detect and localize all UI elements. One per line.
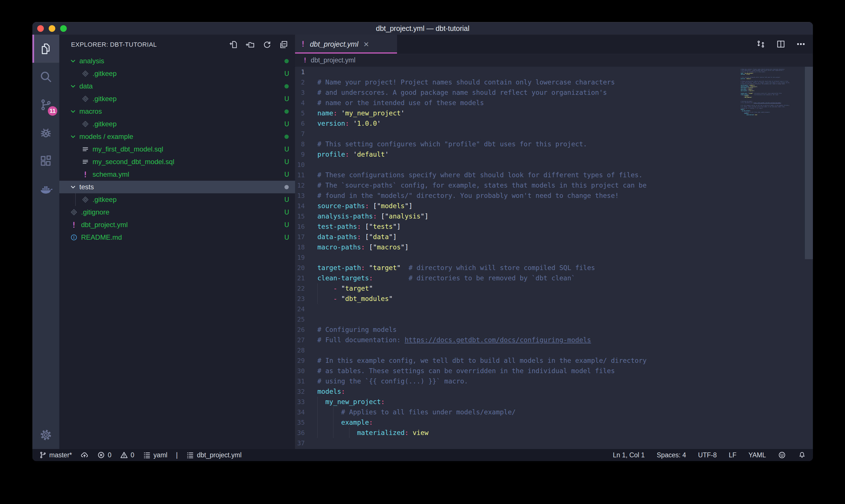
status-lf[interactable]: LF xyxy=(729,451,736,459)
tree-item-label: .gitkeep xyxy=(92,196,116,204)
folder-macros[interactable]: macros xyxy=(59,105,295,118)
new-folder-icon[interactable] xyxy=(246,40,255,49)
activity-settings-icon[interactable] xyxy=(32,421,59,449)
code-line-6: 6version: '1.0.0' xyxy=(295,118,813,129)
code-line-7: 7 xyxy=(295,129,813,139)
vscode-window: dbt_project.yml — dbt-tutorial 11 EXPLOR… xyxy=(32,22,813,461)
status-ln-1-col-1[interactable]: Ln 1, Col 1 xyxy=(613,451,645,459)
more-actions-icon[interactable] xyxy=(796,39,806,49)
file--gitkeep[interactable]: .gitkeepU xyxy=(59,118,295,130)
git-modified-dot xyxy=(284,185,289,189)
activity-debug-icon[interactable] xyxy=(32,119,59,147)
git-file-icon xyxy=(81,196,90,203)
code-line-2: 2# Name your project! Project names shou… xyxy=(295,77,813,87)
tree-item-label: README.md xyxy=(81,233,122,241)
line-number: 3 xyxy=(295,89,305,96)
code-line-29: 29# In this example config, we tell dbt … xyxy=(295,355,813,366)
status-utf-8[interactable]: UTF-8 xyxy=(698,451,717,459)
git-untracked-badge: U xyxy=(283,158,291,166)
tree-item-label: analysis xyxy=(79,57,104,65)
sql-file-icon xyxy=(81,158,90,165)
git-file-icon xyxy=(81,95,90,103)
code-line-13: 13# found in the "models/" directory. Yo… xyxy=(295,191,813,201)
status-bar: master*00yaml|dbt_project.yml Ln 1, Col … xyxy=(32,449,813,461)
file--gitkeep[interactable]: .gitkeepU xyxy=(59,92,295,105)
folder-models-example[interactable]: models / example xyxy=(59,130,295,143)
file-readme-md[interactable]: README.mdU xyxy=(59,231,295,244)
breadcrumb[interactable]: ! dbt_project.yml xyxy=(295,54,813,67)
status-0[interactable]: 0 xyxy=(120,451,134,459)
editor-scrollbar[interactable] xyxy=(805,67,813,259)
git-modified-dot xyxy=(284,109,289,114)
new-file-icon[interactable] xyxy=(229,40,238,49)
file--gitkeep[interactable]: .gitkeepU xyxy=(59,67,295,80)
line-number: 21 xyxy=(295,275,305,282)
status-bell[interactable] xyxy=(798,451,806,459)
bell-icon xyxy=(798,451,806,459)
file-schema-yml[interactable]: !schema.ymlU xyxy=(59,168,295,181)
minimap[interactable]: # Name your project! Project names shoul… xyxy=(741,67,805,117)
status--: | xyxy=(176,451,178,459)
code-line-9: 9profile: 'default' xyxy=(295,149,813,160)
chevron-down-icon xyxy=(70,83,76,90)
status-yaml[interactable]: YAML xyxy=(749,451,766,459)
folder-analysis[interactable]: analysis xyxy=(59,55,295,67)
code-line-22: 22 - "target" xyxy=(295,283,813,293)
status-dbt-project-yml[interactable]: dbt_project.yml xyxy=(186,451,241,459)
status-master-[interactable]: master* xyxy=(39,451,72,459)
file-my-first-dbt-model-sql[interactable]: my_first_dbt_model.sqlU xyxy=(59,143,295,156)
window-title: dbt_project.yml — dbt-tutorial xyxy=(376,24,469,33)
file--gitignore[interactable]: .gitignoreU xyxy=(59,206,295,218)
git-file-icon xyxy=(81,120,90,128)
file--gitkeep[interactable]: .gitkeepU xyxy=(59,193,295,206)
list-icon xyxy=(186,451,194,459)
refresh-icon[interactable] xyxy=(263,40,272,49)
line-number: 9 xyxy=(295,151,305,158)
collapse-all-icon[interactable] xyxy=(279,40,288,49)
tree-item-label: tests xyxy=(79,183,94,191)
activity-search-icon[interactable] xyxy=(32,63,59,91)
folder-data[interactable]: data xyxy=(59,80,295,92)
line-number: 11 xyxy=(295,172,305,179)
split-editor-icon[interactable] xyxy=(776,39,786,49)
line-number: 7 xyxy=(295,130,305,138)
file-my-second-dbt-model-sql[interactable]: my_second_dbt_model.sqlU xyxy=(59,156,295,168)
title-bar: dbt_project.yml — dbt-tutorial xyxy=(32,22,813,35)
tab-dbt-project-yml[interactable]: ! dbt_project.yml × xyxy=(295,35,397,54)
activity-explorer-icon[interactable] xyxy=(32,35,59,63)
status-yaml[interactable]: yaml xyxy=(143,451,167,459)
code-editor[interactable]: 12# Name your project! Project names sho… xyxy=(295,67,813,449)
close-tab-icon[interactable]: × xyxy=(363,39,369,49)
line-number: 6 xyxy=(295,120,305,127)
sql-file-icon xyxy=(81,145,90,153)
open-changes-icon[interactable] xyxy=(756,39,766,49)
file-dbt-project-yml[interactable]: !dbt_project.ymlU xyxy=(59,218,295,231)
code-line-34: 34 # Applies to all files under models/e… xyxy=(295,407,813,417)
tree-item-label: my_first_dbt_model.sql xyxy=(92,145,163,153)
git-untracked-badge: U xyxy=(283,234,291,241)
status-smiley[interactable] xyxy=(778,451,786,459)
line-number: 32 xyxy=(295,388,305,395)
readme-info-icon xyxy=(70,234,78,241)
line-number: 22 xyxy=(295,285,305,292)
activity-extensions-icon[interactable] xyxy=(32,147,59,175)
status-0[interactable]: 0 xyxy=(97,451,111,459)
git-untracked-badge: U xyxy=(283,221,291,229)
tree-item-label: .gitkeep xyxy=(92,120,116,128)
activity-source-control-icon[interactable]: 11 xyxy=(32,91,59,119)
line-number: 33 xyxy=(295,398,305,406)
minimize-window-button[interactable] xyxy=(49,25,55,32)
status-text: LF xyxy=(729,451,736,459)
activity-docker-icon[interactable] xyxy=(32,175,59,203)
status-cloud-upload[interactable] xyxy=(80,451,89,459)
git-untracked-badge: U xyxy=(283,196,291,204)
close-window-button[interactable] xyxy=(37,25,44,32)
line-number: 2 xyxy=(295,79,305,86)
tree-item-label: schema.yml xyxy=(92,170,129,178)
status-spaces-4[interactable]: Spaces: 4 xyxy=(657,451,686,459)
folder-tests[interactable]: tests xyxy=(59,181,295,193)
file-tree: analysis.gitkeepUdata.gitkeepUmacros.git… xyxy=(59,55,295,449)
maximize-window-button[interactable] xyxy=(60,25,67,32)
line-number: 36 xyxy=(295,429,305,436)
line-number: 5 xyxy=(295,110,305,117)
